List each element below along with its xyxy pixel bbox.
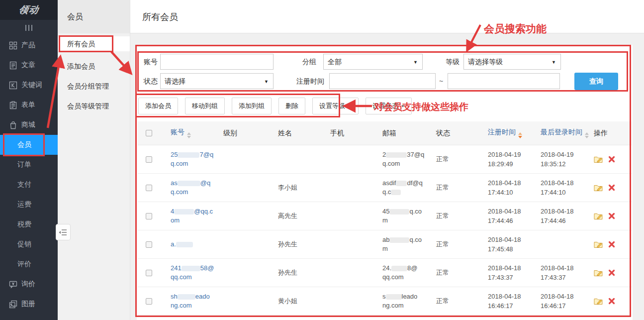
status-select[interactable]: 请选择 ▼ xyxy=(160,73,274,89)
action-button-设置等级[interactable]: 设置等级▼ xyxy=(312,98,359,114)
column-header-label: 手机 xyxy=(330,129,344,137)
subnav-item-会员等级管理[interactable]: 会员等级管理 xyxy=(58,96,130,116)
row-checkbox[interactable] xyxy=(146,241,152,248)
column-header-姓名: 姓名 xyxy=(278,129,330,138)
action-button-设置状态[interactable]: 设置状态▼ xyxy=(366,98,412,114)
subnav-title: 会员 xyxy=(58,0,130,33)
account-label: 账号 xyxy=(141,54,158,70)
action-button-移动到组[interactable]: 移动到组 xyxy=(185,98,225,114)
row-checkbox[interactable] xyxy=(146,156,152,163)
account-link[interactable]: a. xyxy=(171,240,223,249)
group-label: 分组 xyxy=(296,54,316,70)
delete-icon[interactable] xyxy=(608,156,615,163)
sidebar-item-商城[interactable]: 商城 xyxy=(0,115,58,135)
sort-icon[interactable] xyxy=(187,132,191,138)
select-all-checkbox[interactable] xyxy=(146,130,152,136)
sidebar-item-评价[interactable]: 评价 xyxy=(0,254,58,274)
action-button-添加会员[interactable]: 添加会员 xyxy=(138,98,178,114)
subnav-item-添加会员[interactable]: 添加会员 xyxy=(58,56,130,76)
sidebar-item-图册[interactable]: 图册 xyxy=(0,294,58,314)
sidebar-item-询价[interactable]: 询价 xyxy=(0,274,58,294)
table-row: 257@qq.com237@qq.com正常2018-04-1918:29:49… xyxy=(138,145,632,174)
account-link[interactable]: 24158@qq.com xyxy=(171,264,223,282)
sidebar-item-label: 促销 xyxy=(17,240,31,249)
column-header-label: 状态 xyxy=(436,129,450,137)
redacted-text xyxy=(178,152,199,158)
account-input[interactable] xyxy=(160,54,274,70)
sidebar-item-表单[interactable]: 表单 xyxy=(0,95,58,115)
search-button[interactable]: 查询 xyxy=(574,73,618,90)
column-header-账号[interactable]: 账号 xyxy=(171,128,223,138)
status-label: 状态 xyxy=(141,73,158,89)
account-link[interactable]: sheadong.com xyxy=(171,292,223,310)
account-link[interactable]: as@qq.com xyxy=(171,179,223,197)
column-header-label: 邮箱 xyxy=(382,129,396,137)
email-text: 237@qq.com xyxy=(382,150,436,168)
row-checkbox[interactable] xyxy=(146,185,152,191)
table-header-row: 账号级别姓名手机邮箱状态注册时间最后登录时间操作 xyxy=(138,121,632,145)
column-header-label: 姓名 xyxy=(278,129,292,137)
name-cell: 高先生 xyxy=(278,212,330,220)
regtime-end-input[interactable] xyxy=(448,73,560,89)
sort-icon[interactable] xyxy=(585,132,589,138)
group-select[interactable]: 全部 ▼ xyxy=(323,54,423,70)
column-header-label: 操作 xyxy=(594,129,608,137)
delete-icon[interactable] xyxy=(608,184,615,191)
row-checkbox[interactable] xyxy=(146,298,152,305)
redacted-text xyxy=(389,237,409,243)
sidebar-item-会员[interactable]: 会员 xyxy=(0,135,58,155)
redacted-text xyxy=(389,209,409,214)
row-checkbox[interactable] xyxy=(146,213,152,219)
level-select-value: 请选择等级 xyxy=(468,58,503,66)
members-table: 账号级别姓名手机邮箱状态注册时间最后登录时间操作257@qq.com237@qq… xyxy=(138,121,632,316)
redacted-text xyxy=(174,209,194,214)
inquiry-icon xyxy=(9,280,17,289)
delete-icon[interactable] xyxy=(608,213,615,219)
redacted-text xyxy=(386,294,402,300)
sidebar-item-运费[interactable]: 运费 xyxy=(0,195,58,214)
sidebar-item-label: 订单 xyxy=(17,160,31,169)
edit-icon[interactable] xyxy=(594,155,603,163)
sidebar-collapse-icon[interactable] xyxy=(0,20,58,35)
table-row: a.孙先生abq.com正常2018-04-1817:45:48 xyxy=(138,230,632,259)
action-button-添加到组[interactable]: 添加到组 xyxy=(232,98,272,114)
page-title: 所有会员 xyxy=(142,11,178,23)
status-cell: 正常 xyxy=(436,183,488,192)
sidebar-item-label: 评价 xyxy=(17,260,31,269)
regtime-start-input[interactable] xyxy=(329,73,436,89)
sidebar-item-支付[interactable]: 支付 xyxy=(0,175,58,195)
column-header-注册时间[interactable]: 注册时间 xyxy=(488,128,541,138)
sidebar-item-产品[interactable]: 产品 xyxy=(0,35,58,55)
table-row: 24158@qq.com孙先生24.8@qq.com正常2018-04-1817… xyxy=(138,259,632,287)
delete-icon[interactable] xyxy=(608,269,615,276)
delete-icon[interactable] xyxy=(608,241,615,248)
edit-icon[interactable] xyxy=(594,184,603,192)
account-link[interactable]: 4@qq.com xyxy=(171,207,223,225)
datetime-cell: 2018-04-1817:44:46 xyxy=(488,207,541,225)
sort-icon[interactable] xyxy=(518,132,522,138)
account-link[interactable]: 257@qq.com xyxy=(171,150,223,168)
subnav-item-所有会员[interactable]: 所有会员 xyxy=(58,36,130,51)
edit-icon[interactable] xyxy=(594,212,603,220)
edit-icon[interactable] xyxy=(594,297,603,305)
sidebar-item-关键词[interactable]: 关键词 xyxy=(0,75,58,95)
level-select[interactable]: 请选择等级 ▼ xyxy=(463,54,561,70)
delete-icon[interactable] xyxy=(608,298,615,305)
subnav-fold-handle[interactable] xyxy=(56,224,71,240)
chevron-down-icon: ▼ xyxy=(348,104,352,108)
status-cell: 正常 xyxy=(436,268,488,277)
sidebar-item-文章[interactable]: 文章 xyxy=(0,55,58,75)
chevron-down-icon: ▼ xyxy=(264,74,269,89)
column-header-最后登录时间[interactable]: 最后登录时间 xyxy=(541,128,594,138)
sidebar-item-订单[interactable]: 订单 xyxy=(0,155,58,175)
table-row: 4@qq.com高先生45q.com正常2018-04-1817:44:4620… xyxy=(138,202,632,230)
row-operations xyxy=(594,212,631,220)
edit-icon[interactable] xyxy=(594,240,603,248)
action-button-删除[interactable]: 删除 xyxy=(278,98,305,114)
form-icon xyxy=(9,101,17,109)
edit-icon[interactable] xyxy=(594,269,603,277)
sidebar-item-税费[interactable]: 税费 xyxy=(0,214,58,234)
subnav-item-会员分组管理[interactable]: 会员分组管理 xyxy=(58,76,130,96)
row-checkbox[interactable] xyxy=(146,270,152,276)
sidebar-item-促销[interactable]: 促销 xyxy=(0,234,58,254)
